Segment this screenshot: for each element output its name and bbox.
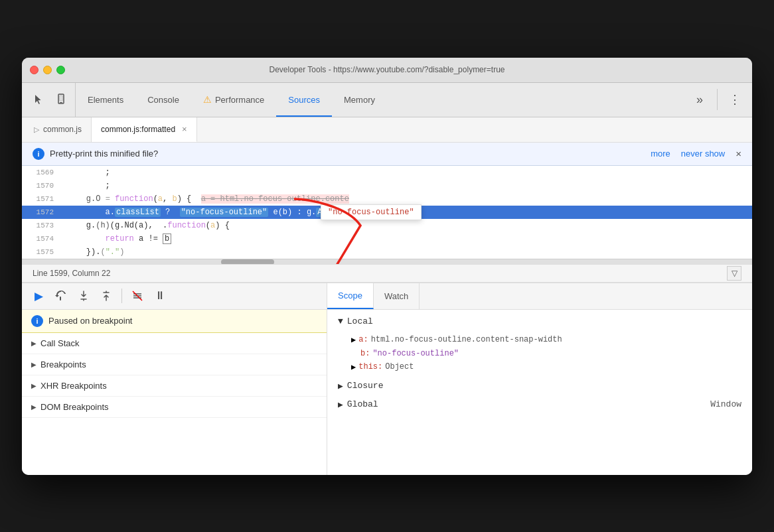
dom-breakpoints-arrow: ▶ bbox=[31, 403, 37, 411]
nav-tabs: Elements Console ⚠ Performance Sources M… bbox=[76, 83, 685, 117]
xhr-breakpoints-arrow: ▶ bbox=[31, 382, 37, 389]
devtools-menu-button[interactable]: ⋮ bbox=[726, 90, 744, 109]
code-line-1571: 1571 g.O = function(a, b) { a = html.no-… bbox=[22, 192, 752, 206]
call-stack-arrow: ▶ bbox=[31, 340, 37, 347]
pretty-print-close-button[interactable]: × bbox=[735, 148, 741, 159]
resume-button[interactable]: ▶ bbox=[29, 287, 48, 305]
bottom-panel: ▶ bbox=[22, 283, 752, 475]
step-into-button[interactable] bbox=[74, 287, 94, 305]
devtools-window: Developer Tools - https://www.youtube.co… bbox=[22, 58, 752, 475]
scope-item-b[interactable]: b: "no-focus-outline" bbox=[338, 347, 741, 360]
step-over-button[interactable] bbox=[51, 287, 71, 305]
expand-console-button[interactable]: ▽ bbox=[727, 266, 741, 281]
file-tab-common-js-formatted[interactable]: common.js:formatted × bbox=[92, 117, 197, 142]
tab-console[interactable]: Console bbox=[135, 83, 191, 117]
tab-memory[interactable]: Memory bbox=[332, 83, 387, 117]
status-bar: Line 1599, Column 22 ▽ bbox=[22, 264, 752, 283]
scope-tabs: Scope Watch bbox=[327, 283, 752, 310]
tab-performance[interactable]: ⚠ Performance bbox=[191, 83, 276, 117]
toolbar-right: » ⋮ bbox=[685, 83, 749, 117]
breakpoints-arrow: ▶ bbox=[31, 361, 37, 368]
a-expand-icon: ▶ bbox=[351, 335, 356, 345]
more-tabs-button[interactable]: » bbox=[690, 90, 709, 109]
window-title: Developer Tools - https://www.youtube.co… bbox=[270, 65, 505, 74]
svg-rect-4 bbox=[60, 297, 61, 300]
breakpoints-item[interactable]: ▶ Breakpoints bbox=[22, 354, 327, 375]
code-tooltip: "no-focus-outline" bbox=[321, 204, 422, 220]
debug-toolbar-divider bbox=[121, 289, 122, 303]
breakpoint-notice-text: Paused on breakpoint bbox=[48, 316, 132, 326]
code-line-1570: 1570 ; bbox=[22, 179, 752, 192]
xhr-breakpoints-item[interactable]: ▶ XHR Breakpoints bbox=[22, 375, 327, 397]
code-line-1575: 1575 }).(".") bbox=[22, 245, 752, 259]
code-line-1573: 1573 g.(h)(g.Nd(a), .function(a) { bbox=[22, 219, 752, 232]
scope-tab-scope[interactable]: Scope bbox=[327, 283, 374, 309]
scrollbar-thumb[interactable] bbox=[221, 259, 274, 264]
fullscreen-button[interactable] bbox=[56, 66, 65, 74]
local-section-header[interactable]: ▼ Local bbox=[327, 312, 752, 330]
left-panel: ▶ bbox=[22, 283, 327, 475]
code-editor[interactable]: 1569 ; 1570 ; 1571 g.O = function(a, b) … bbox=[22, 166, 752, 264]
global-expand-icon: ▶ bbox=[338, 399, 343, 410]
dom-breakpoints-item[interactable]: ▶ DOM Breakpoints bbox=[22, 397, 327, 418]
call-stack-item[interactable]: ▶ Call Stack bbox=[22, 333, 327, 354]
scope-tab-watch[interactable]: Watch bbox=[374, 283, 420, 309]
file-tab-common-js[interactable]: ▷ common.js bbox=[25, 117, 92, 142]
local-expand-icon: ▼ bbox=[338, 316, 343, 326]
pretty-print-more-link[interactable]: more bbox=[651, 149, 670, 159]
tab-elements[interactable]: Elements bbox=[76, 83, 135, 117]
breakpoint-notice: i Paused on breakpoint bbox=[22, 310, 327, 333]
global-section-header[interactable]: ▶ Global Window bbox=[327, 395, 752, 414]
code-line-1569: 1569 ; bbox=[22, 166, 752, 179]
cursor-position: Line 1599, Column 22 bbox=[33, 269, 110, 278]
scope-item-a[interactable]: ▶ a: html.no-focus-outline.content-snap-… bbox=[338, 333, 741, 347]
info-icon: i bbox=[33, 148, 44, 160]
this-expand-icon: ▶ bbox=[351, 362, 356, 372]
left-panel-items: ▶ Call Stack ▶ Breakpoints ▶ XHR Breakpo… bbox=[22, 333, 327, 475]
closure-section-header[interactable]: ▶ Closure bbox=[327, 377, 752, 395]
file-tabs: ▷ common.js common.js:formatted × bbox=[22, 117, 752, 143]
pause-on-exceptions-button[interactable]: ⏸ bbox=[150, 287, 170, 305]
file-icon: ▷ bbox=[34, 125, 39, 134]
never-show-link[interactable]: never show bbox=[681, 149, 725, 159]
close-button[interactable] bbox=[30, 66, 39, 74]
local-section: ▶ a: html.no-focus-outline.content-snap-… bbox=[327, 330, 752, 377]
main-toolbar: Elements Console ⚠ Performance Sources M… bbox=[22, 83, 752, 117]
toolbar-divider bbox=[717, 89, 718, 110]
close-tab-icon[interactable]: × bbox=[182, 124, 187, 134]
tab-sources[interactable]: Sources bbox=[276, 83, 332, 117]
pretty-print-message: i Pretty-print this minified file? bbox=[33, 148, 158, 160]
notice-info-icon: i bbox=[31, 315, 43, 327]
pretty-print-actions: more never show × bbox=[651, 148, 741, 159]
svg-rect-1 bbox=[60, 102, 62, 103]
closure-expand-icon: ▶ bbox=[338, 381, 343, 391]
pretty-print-bar: i Pretty-print this minified file? more … bbox=[22, 143, 752, 166]
titlebar: Developer Tools - https://www.youtube.co… bbox=[22, 58, 752, 83]
code-line-1574: 1574 return a != b bbox=[22, 232, 752, 245]
right-panel: Scope Watch ▼ Local ▶ bbox=[327, 283, 752, 475]
scope-content: ▼ Local ▶ a: html.no-focus-outline.conte… bbox=[327, 310, 752, 475]
svg-rect-2 bbox=[60, 96, 63, 101]
traffic-lights bbox=[30, 66, 65, 74]
scope-item-this[interactable]: ▶ this: Object bbox=[338, 360, 741, 374]
horizontal-scrollbar[interactable] bbox=[22, 259, 752, 264]
deactivate-breakpoints-button[interactable] bbox=[127, 287, 147, 305]
toolbar-left-icons bbox=[25, 83, 76, 117]
mobile-icon[interactable] bbox=[52, 91, 70, 108]
minimize-button[interactable] bbox=[43, 66, 52, 74]
cursor-icon[interactable] bbox=[30, 91, 47, 108]
step-out-button[interactable] bbox=[96, 287, 116, 305]
warning-icon: ⚠ bbox=[203, 94, 212, 105]
debug-toolbar: ▶ bbox=[22, 283, 327, 310]
